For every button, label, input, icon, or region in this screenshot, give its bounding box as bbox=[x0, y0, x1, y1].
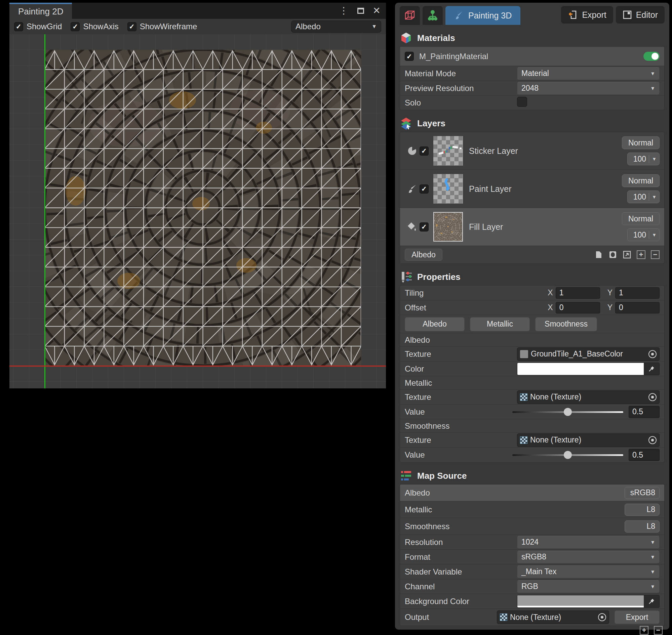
material-row[interactable]: ✓ M_PaintingMaterial bbox=[400, 47, 664, 66]
layer-visible-checkbox[interactable]: ✓ bbox=[420, 184, 428, 194]
channel-dropdown[interactable]: RGB ▼ bbox=[517, 580, 659, 593]
albedo-color-field[interactable] bbox=[517, 363, 659, 375]
resize-icon[interactable] bbox=[623, 250, 631, 259]
layer-visible-checkbox[interactable]: ✓ bbox=[420, 147, 428, 156]
albedo-section-label: Albedo bbox=[400, 333, 664, 347]
material-toggle[interactable] bbox=[644, 52, 659, 61]
tiling-y-input[interactable]: 1 bbox=[615, 287, 659, 299]
slider-knob[interactable] bbox=[564, 451, 572, 459]
window-title: Painting 2D bbox=[18, 6, 63, 17]
background-color-row: Background Color bbox=[400, 594, 664, 609]
map-export-button[interactable]: Export bbox=[614, 611, 659, 624]
smoothness-value-input[interactable]: 0.5 bbox=[629, 449, 659, 461]
tiling-x-input[interactable]: 1 bbox=[556, 287, 600, 299]
map-channel-label: Albedo bbox=[405, 488, 625, 498]
tab-metallic[interactable]: Metallic bbox=[470, 317, 530, 331]
layer-visible-checkbox[interactable]: ✓ bbox=[420, 222, 428, 232]
map-source-icon bbox=[400, 469, 413, 482]
color-label: Color bbox=[405, 364, 517, 374]
shader-variable-dropdown[interactable]: _Main Tex ▼ bbox=[517, 566, 659, 578]
remove-layer-icon[interactable]: − bbox=[651, 250, 659, 259]
paint-brush-icon bbox=[407, 183, 418, 194]
offset-y-input[interactable]: 0 bbox=[615, 302, 659, 313]
show-wireframe-checkbox[interactable]: ✓ ShowWireframe bbox=[127, 22, 197, 31]
maximize-icon[interactable] bbox=[357, 8, 364, 14]
tab-mesh[interactable] bbox=[400, 6, 420, 25]
resolution-dropdown[interactable]: 1024 ▼ bbox=[517, 536, 659, 549]
viewport-channel-dropdown[interactable]: Albedo ▼ bbox=[291, 21, 381, 32]
show-grid-checkbox[interactable]: ✓ ShowGrid bbox=[14, 22, 62, 31]
metallic-texture-field[interactable]: None (Texture) bbox=[517, 390, 659, 404]
blend-mode-dropdown[interactable]: Normal bbox=[622, 212, 659, 225]
tab-albedo[interactable]: Albedo bbox=[405, 317, 465, 331]
window-menu-icon[interactable]: ⋮ bbox=[339, 6, 349, 16]
map-channel-row-albedo[interactable]: Albedo sRGB8 bbox=[400, 484, 664, 501]
solo-checkbox[interactable] bbox=[517, 97, 527, 107]
smoothness-texture-field[interactable]: None (Texture) bbox=[517, 433, 659, 447]
object-picker-icon[interactable] bbox=[598, 613, 606, 621]
background-color-field[interactable] bbox=[517, 595, 659, 608]
texture-thumb-icon bbox=[520, 350, 528, 358]
new-folder-icon[interactable] bbox=[594, 250, 603, 259]
format-badge[interactable]: sRGB8 bbox=[625, 487, 659, 499]
material-enabled-checkbox[interactable]: ✓ bbox=[405, 52, 414, 61]
metallic-value-slider[interactable] bbox=[512, 406, 623, 418]
add-map-icon[interactable]: + bbox=[640, 626, 649, 635]
solo-label: Solo bbox=[405, 98, 517, 108]
smoothness-value-slider[interactable] bbox=[512, 448, 623, 461]
object-picker-icon[interactable] bbox=[649, 393, 656, 401]
layers-footer: Albedo + − bbox=[400, 246, 664, 263]
tab-hierarchy[interactable] bbox=[423, 6, 443, 25]
preview-resolution-value: 2048 bbox=[521, 84, 539, 93]
resolution-label: Resolution bbox=[405, 538, 517, 547]
format-dropdown[interactable]: sRGB8 ▼ bbox=[517, 551, 659, 564]
opacity-dropdown[interactable]: 100 ▼ bbox=[627, 191, 659, 203]
eyedropper-icon[interactable] bbox=[644, 363, 659, 375]
layer-row-sticker[interactable]: ✓ Stic bbox=[400, 132, 664, 170]
material-mode-dropdown[interactable]: Material ▼ bbox=[517, 67, 659, 80]
albedo-texture-field[interactable]: GroundTile_A1_BaseColor bbox=[517, 347, 659, 361]
metallic-value-input[interactable]: 0.5 bbox=[629, 406, 659, 418]
remove-map-icon[interactable]: − bbox=[654, 626, 663, 635]
show-axis-checkbox[interactable]: ✓ ShowAxis bbox=[70, 22, 118, 31]
opacity-dropdown[interactable]: 100 ▼ bbox=[627, 228, 659, 241]
opacity-dropdown[interactable]: 100 ▼ bbox=[627, 153, 659, 165]
object-picker-icon[interactable] bbox=[649, 350, 656, 358]
map-channel-row-metallic[interactable]: Metallic L8 bbox=[400, 501, 664, 518]
layers-channel-label: Albedo bbox=[412, 250, 436, 259]
slider-knob[interactable] bbox=[564, 408, 572, 416]
albedo-color-row: Color bbox=[400, 362, 664, 376]
close-icon[interactable]: ✕ bbox=[373, 6, 381, 16]
layer-row-paint[interactable]: ✓ Paint Layer Normal 100 ▼ bbox=[400, 170, 664, 208]
texture-2d-canvas[interactable] bbox=[9, 34, 386, 388]
output-texture-field[interactable]: None (Texture) bbox=[497, 611, 609, 624]
format-badge[interactable]: L8 bbox=[625, 504, 659, 516]
material-mode-value: Material bbox=[521, 69, 549, 78]
export-button[interactable]: Export bbox=[561, 6, 613, 23]
paint-layer-thumbnail bbox=[433, 174, 463, 204]
image-icon[interactable] bbox=[608, 250, 617, 259]
layer-row-fill[interactable]: ✓ Fill Layer Normal 100 ▼ bbox=[400, 208, 664, 246]
editor-button[interactable]: Editor bbox=[616, 6, 665, 23]
add-layer-icon[interactable]: + bbox=[637, 250, 646, 259]
object-picker-icon[interactable] bbox=[649, 436, 656, 444]
show-wireframe-label: ShowWireframe bbox=[140, 22, 197, 31]
eyedropper-icon[interactable] bbox=[644, 595, 659, 608]
export-icon bbox=[568, 10, 578, 20]
tiling-label: Tiling bbox=[405, 288, 548, 298]
format-badge[interactable]: L8 bbox=[625, 521, 659, 532]
preview-resolution-dropdown[interactable]: 2048 ▼ bbox=[517, 82, 659, 95]
color-swatch-grey[interactable] bbox=[517, 595, 644, 608]
map-channel-row-smoothness[interactable]: Smoothness L8 bbox=[400, 518, 664, 535]
x-label: X bbox=[548, 303, 553, 312]
color-swatch-white[interactable] bbox=[517, 363, 644, 375]
layers-channel-button[interactable]: Albedo bbox=[405, 249, 442, 261]
offset-x-input[interactable]: 0 bbox=[556, 302, 600, 313]
tab-painting-2d[interactable]: Painting 2D bbox=[9, 3, 72, 19]
blend-mode-dropdown[interactable]: Normal bbox=[622, 174, 659, 187]
painting-2d-window: Painting 2D ⋮ ✕ ✓ ShowGrid ✓ ShowAxis ✓ … bbox=[9, 3, 386, 388]
blend-mode-dropdown[interactable]: Normal bbox=[622, 136, 659, 149]
tab-painting-3d[interactable]: Painting 3D bbox=[445, 6, 520, 25]
tab-smoothness[interactable]: Smoothness bbox=[535, 317, 597, 331]
x-label: X bbox=[548, 288, 553, 297]
